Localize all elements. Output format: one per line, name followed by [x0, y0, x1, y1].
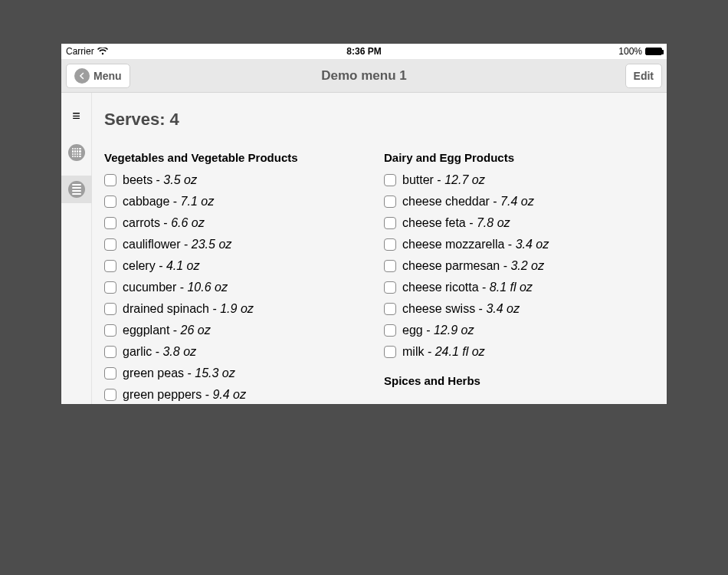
item-name: beets	[123, 173, 152, 186]
item-quantity: 24.1 fl oz	[435, 345, 485, 358]
list-column: Vegetables and Vegetable Productsbeets -…	[104, 148, 375, 404]
back-button[interactable]: Menu	[66, 64, 130, 88]
item-name: carrots	[123, 216, 160, 229]
status-bar: Carrier 8:36 PM 100%	[61, 44, 667, 59]
item-quantity: 12.9 oz	[434, 324, 474, 337]
side-rail: ≡	[61, 93, 92, 404]
list-item-label: cheese ricotta - 8.1 fl oz	[402, 281, 533, 294]
content-area: Serves: 4 Vegetables and Vegetable Produ…	[92, 93, 667, 404]
sidebar-item-calendar[interactable]	[61, 139, 92, 166]
item-name: cheese swiss	[402, 302, 475, 315]
list-item-label: cheese swiss - 3.4 oz	[402, 302, 520, 316]
item-quantity: 3.4 oz	[516, 238, 549, 251]
item-quantity: 7.1 oz	[181, 195, 215, 208]
list-item[interactable]: green peppers - 9.4 oz	[104, 388, 375, 402]
checkbox[interactable]	[104, 367, 116, 380]
list-item[interactable]: cheese mozzarella - 3.4 oz	[384, 238, 654, 251]
list-item[interactable]: cucumber - 10.6 oz	[104, 281, 375, 294]
item-quantity: 3.8 oz	[162, 345, 196, 358]
checkbox[interactable]	[104, 238, 116, 251]
checkbox[interactable]	[384, 303, 396, 315]
list-item[interactable]: cabbage - 7.1 oz	[104, 195, 375, 209]
list-item[interactable]: carrots - 6.6 oz	[104, 216, 375, 230]
checkbox[interactable]	[384, 238, 396, 251]
checkbox[interactable]	[384, 346, 396, 358]
list-item[interactable]: green peas - 15.3 oz	[104, 366, 375, 380]
item-name: green peppers	[123, 388, 202, 401]
list-item[interactable]: cheese ricotta - 8.1 fl oz	[384, 281, 654, 294]
list-item[interactable]: cheese parmesan - 3.2 oz	[384, 259, 654, 273]
list-item-label: green peas - 15.3 oz	[123, 366, 235, 380]
checkbox[interactable]	[104, 281, 116, 294]
item-quantity: 7.4 oz	[500, 195, 534, 208]
item-quantity: 10.6 oz	[187, 281, 227, 294]
list-item[interactable]: beets - 3.5 oz	[104, 173, 375, 187]
item-name: cauliflower	[123, 238, 181, 251]
checkbox[interactable]	[384, 196, 396, 208]
list-item-label: cheese cheddar - 7.4 oz	[402, 195, 534, 209]
battery-icon	[645, 48, 662, 55]
checkbox[interactable]	[384, 174, 396, 186]
checkbox[interactable]	[104, 217, 116, 229]
item-quantity: 8.1 fl oz	[490, 281, 533, 294]
checkbox[interactable]	[104, 324, 116, 337]
list-item-label: cabbage - 7.1 oz	[123, 195, 214, 209]
list-item[interactable]: eggplant - 26 oz	[104, 324, 375, 337]
checkbox[interactable]	[384, 217, 396, 229]
list-item-label: carrots - 6.6 oz	[123, 216, 205, 230]
checkbox[interactable]	[384, 281, 396, 294]
list-item[interactable]: milk - 24.1 fl oz	[384, 345, 654, 359]
list-item-label: butter - 12.7 oz	[402, 173, 485, 187]
item-quantity: 12.7 oz	[444, 173, 484, 186]
checkbox[interactable]	[104, 196, 116, 208]
item-name: cucumber	[123, 281, 176, 294]
list-item[interactable]: garlic - 3.8 oz	[104, 345, 375, 359]
item-name: cheese mozzarella	[402, 238, 504, 251]
list-icon	[68, 181, 85, 198]
edit-button[interactable]: Edit	[625, 64, 662, 88]
category-block: Dairy and Egg Productsbutter - 12.7 ozch…	[384, 151, 654, 359]
item-name: green peas	[123, 366, 184, 380]
item-quantity: 9.4 oz	[212, 388, 246, 401]
item-name: celery	[123, 259, 156, 272]
list-item[interactable]: celery - 4.1 oz	[104, 259, 375, 273]
list-item-label: egg - 12.9 oz	[402, 324, 474, 337]
list-item[interactable]: cheese feta - 7.8 oz	[384, 216, 654, 230]
list-item[interactable]: cauliflower - 23.5 oz	[104, 238, 375, 251]
item-quantity: 4.1 oz	[166, 259, 200, 272]
calendar-grid-icon	[68, 144, 85, 161]
item-name: drained spinach	[123, 302, 209, 315]
list-item[interactable]: butter - 12.7 oz	[384, 173, 654, 187]
item-quantity: 7.8 oz	[477, 216, 510, 229]
nav-bar: Menu Demo menu 1 Edit	[61, 59, 667, 93]
item-quantity: 1.9 oz	[220, 302, 254, 315]
list-item[interactable]: cheese cheddar - 7.4 oz	[384, 195, 654, 209]
list-item[interactable]: cheese swiss - 3.4 oz	[384, 302, 654, 316]
checkbox[interactable]	[104, 260, 116, 272]
sidebar-item-list[interactable]	[61, 176, 92, 203]
list-item[interactable]: drained spinach - 1.9 oz	[104, 302, 375, 316]
checkbox[interactable]	[104, 346, 116, 358]
checkbox[interactable]	[104, 303, 116, 315]
carrier-label: Carrier	[66, 46, 94, 57]
list-item-label: cheese feta - 7.8 oz	[402, 216, 510, 230]
checkbox[interactable]	[104, 174, 116, 186]
hamburger-icon[interactable]: ≡	[61, 102, 92, 130]
item-name: garlic	[123, 345, 152, 358]
serves-label: Serves: 4	[104, 110, 654, 130]
checkbox[interactable]	[384, 260, 396, 272]
wifi-icon	[97, 48, 108, 55]
checkbox[interactable]	[104, 389, 116, 401]
item-name: cheese parmesan	[402, 259, 500, 272]
clock-label: 8:36 PM	[346, 46, 381, 57]
list-item-label: milk - 24.1 fl oz	[402, 345, 485, 359]
list-item-label: drained spinach - 1.9 oz	[123, 302, 254, 316]
item-quantity: 15.3 oz	[195, 366, 234, 380]
category-title: Vegetables and Vegetable Products	[104, 151, 375, 164]
list-item[interactable]: egg - 12.9 oz	[384, 324, 654, 337]
item-name: cheese cheddar	[402, 195, 490, 208]
back-button-label: Menu	[93, 70, 122, 82]
checkbox[interactable]	[384, 324, 396, 337]
item-quantity: 3.5 oz	[163, 173, 197, 186]
edit-button-label: Edit	[634, 70, 654, 82]
